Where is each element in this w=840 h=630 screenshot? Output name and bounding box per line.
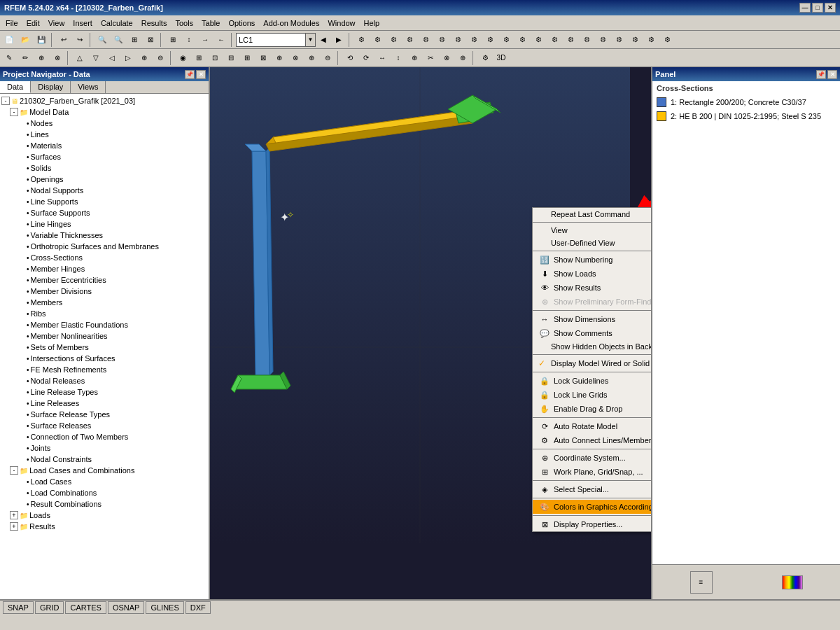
ctx-repeat-last[interactable]: Repeat Last Command Enter — [533, 208, 651, 220]
root-expander[interactable]: - — [1, 97, 10, 105]
ctx-user-defined-view[interactable]: User-Defined View ▶ — [533, 237, 651, 249]
ctx-show-numbering[interactable]: 🔢 Show Numbering — [533, 253, 651, 267]
tree-member-hinges[interactable]: •Member Hinges — [0, 263, 209, 274]
minimize-button[interactable]: — — [799, 3, 811, 13]
ctx-show-comments[interactable]: 💬 Show Comments — [533, 326, 651, 340]
tree-line-hinges[interactable]: •Line Hinges — [0, 218, 209, 230]
menu-view[interactable]: View — [44, 18, 69, 29]
menu-window[interactable]: Window — [323, 18, 359, 29]
tb2-btn-10[interactable]: ⊖ — [153, 50, 168, 66]
tree-orthotropic[interactable]: •Orthotropic Surfaces and Membranes — [0, 241, 209, 252]
tree-member-nonlin[interactable]: •Member Nonlinearities — [0, 330, 209, 342]
ctx-work-plane[interactable]: ⊞ Work Plane, Grid/Snap, ... — [533, 465, 651, 479]
tb2-btn-29[interactable]: ⚙ — [477, 50, 493, 66]
tb2-btn-21[interactable]: ⟲ — [342, 50, 358, 66]
tree-result-combinations[interactable]: •Result Combinations — [0, 498, 209, 510]
snap-button[interactable]: SNAP — [3, 601, 34, 614]
tb2-btn-28[interactable]: ⊕ — [455, 50, 470, 66]
tree-fe-mesh[interactable]: •FE Mesh Refinements — [0, 364, 209, 375]
tree-surface-supports[interactable]: •Surface Supports — [0, 207, 209, 218]
tree-root[interactable]: - 🖥 210302_Farben_Grafik [2021_03] — [0, 95, 209, 106]
tree-solids[interactable]: •Solids — [0, 162, 209, 174]
tb2-btn-12[interactable]: ⊞ — [191, 50, 206, 66]
tb-btn-21[interactable]: ⚙ — [611, 32, 626, 48]
tb2-btn-8[interactable]: ▷ — [120, 50, 136, 66]
zoom-all-button[interactable]: ⊞ — [127, 32, 142, 48]
tb-btn-15[interactable]: ⚙ — [514, 32, 530, 48]
tb2-btn-16[interactable]: ⊠ — [255, 50, 271, 66]
tb2-btn-18[interactable]: ⊗ — [288, 50, 303, 66]
tree-line-releases[interactable]: •Line Releases — [0, 398, 209, 409]
nav-tab-data[interactable]: Data — [0, 81, 31, 93]
tb2-btn-23[interactable]: ↔ — [374, 50, 390, 66]
tb2-btn-11[interactable]: ◉ — [175, 50, 190, 66]
tb2-btn-19[interactable]: ⊕ — [304, 50, 319, 66]
nav-pin-button[interactable]: 📌 — [185, 70, 195, 79]
load-cases-expander[interactable]: - — [10, 466, 18, 475]
cartes-button[interactable]: CARTES — [65, 601, 106, 614]
tb-btn-4[interactable]: ← — [214, 32, 229, 48]
tb-btn-20[interactable]: ⚙ — [595, 32, 610, 48]
tree-nodal-releases[interactable]: •Nodal Releases — [0, 375, 209, 386]
menu-help[interactable]: Help — [360, 18, 384, 29]
panel-close-button[interactable]: ✕ — [827, 70, 837, 79]
tb-btn-1[interactable]: ⊞ — [165, 32, 181, 48]
tb2-btn-6[interactable]: ▽ — [88, 50, 104, 66]
tree-nodes[interactable]: •Nodes — [0, 118, 209, 129]
tb-btn-22[interactable]: ⚙ — [627, 32, 643, 48]
tb-btn-9[interactable]: ⚙ — [418, 32, 433, 48]
nav-close-button[interactable]: ✕ — [196, 70, 206, 79]
tree-load-cases[interactable]: •Load Cases — [0, 476, 209, 487]
ctx-show-results[interactable]: 👁 Show Results — [533, 281, 651, 295]
ctx-colors-in-graphics[interactable]: 🎨 Colors in Graphics According to ▶ — [533, 500, 651, 514]
tree-member-eccentricities[interactable]: •Member Eccentricities — [0, 274, 209, 286]
cs-item-1[interactable]: 1: Rectangle 200/200; Concrete C30/37 — [652, 95, 840, 109]
tb-btn-6[interactable]: ⚙ — [370, 32, 385, 48]
tree-members[interactable]: •Members — [0, 297, 209, 308]
tb2-btn-17[interactable]: ⊕ — [272, 50, 287, 66]
tb2-btn-13[interactable]: ⊡ — [207, 50, 223, 66]
zoom-window-button[interactable]: ⊠ — [143, 32, 158, 48]
ctx-view[interactable]: View ▶ — [533, 224, 651, 237]
tb-btn-7[interactable]: ⚙ — [386, 32, 401, 48]
menu-results[interactable]: Results — [137, 18, 172, 29]
tree-cross-sections[interactable]: •Cross-Sections — [0, 252, 209, 263]
tb2-btn-3[interactable]: ⊕ — [34, 50, 49, 66]
nav-tab-views[interactable]: Views — [71, 81, 106, 93]
tree-ribs[interactable]: •Ribs — [0, 308, 209, 319]
tree-nodal-supports[interactable]: •Nodal Supports — [0, 185, 209, 196]
panel-table-button[interactable]: ≡ — [690, 571, 713, 594]
tree-lines[interactable]: •Lines — [0, 129, 209, 140]
tree-line-supports[interactable]: •Line Supports — [0, 196, 209, 207]
tree-surfaces[interactable]: •Surfaces — [0, 151, 209, 162]
tb2-btn-27[interactable]: ⊗ — [439, 50, 454, 66]
tb2-btn-5[interactable]: △ — [72, 50, 88, 66]
tb-btn-14[interactable]: ⚙ — [498, 32, 514, 48]
tb-btn-13[interactable]: ⚙ — [482, 32, 498, 48]
tree-loads[interactable]: + 📁 Loads — [0, 510, 209, 521]
ctx-display-properties[interactable]: ⊠ Display Properties... — [533, 517, 651, 531]
tree-member-elastic[interactable]: •Member Elastic Foundations — [0, 319, 209, 330]
tree-openings[interactable]: •Openings — [0, 174, 209, 185]
tree-connection-two-members[interactable]: •Connection of Two Members — [0, 431, 209, 442]
tree-load-cases-combo[interactable]: - 📁 Load Cases and Combinations — [0, 465, 209, 476]
tree-intersections[interactable]: •Intersections of Surfaces — [0, 353, 209, 364]
tb-btn-19[interactable]: ⚙ — [579, 32, 594, 48]
ctx-show-hidden[interactable]: Show Hidden Objects in Background — [533, 340, 651, 353]
ctx-display-model[interactable]: ✓ Display Model Wired or Solid — [533, 356, 651, 370]
undo-button[interactable]: ↩ — [56, 32, 71, 48]
ctx-select-special[interactable]: ◈ Select Special... — [533, 482, 651, 496]
tree-member-divisions[interactable]: •Member Divisions — [0, 286, 209, 297]
new-button[interactable]: 📄 — [1, 32, 17, 48]
menu-tools[interactable]: Tools — [171, 18, 197, 29]
tb-btn-10[interactable]: ⚙ — [434, 32, 449, 48]
tree-model-data[interactable]: - 📁 Model Data — [0, 106, 209, 118]
tb-btn-11[interactable]: ⚙ — [450, 32, 465, 48]
tb2-btn-26[interactable]: ✂ — [423, 50, 438, 66]
tree-surface-release-types[interactable]: •Surface Release Types — [0, 409, 209, 420]
nav-tab-display[interactable]: Display — [31, 81, 71, 93]
tb2-btn-20[interactable]: ⊖ — [320, 50, 335, 66]
ctx-show-loads[interactable]: ⬇ Show Loads — [533, 267, 651, 281]
ctx-auto-rotate[interactable]: ⟳ Auto Rotate Model — [533, 419, 651, 433]
tree-line-release-types[interactable]: •Line Release Types — [0, 386, 209, 398]
